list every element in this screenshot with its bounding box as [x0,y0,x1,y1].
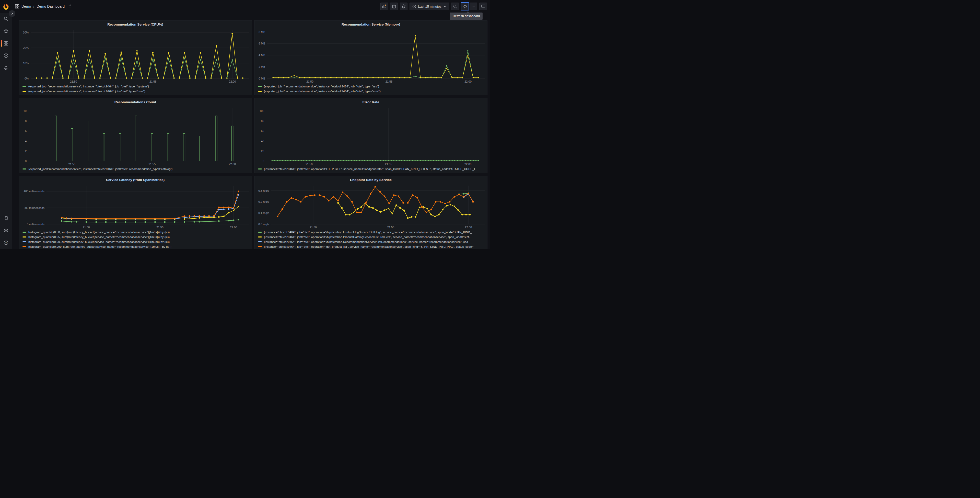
panel-legend: histogram_quantile(0.50, sum(rate(latenc… [19,230,251,249]
share-icon[interactable] [67,4,72,8]
chart-plot-area[interactable]: 02040608010021:5021:5522:00 [255,106,487,166]
svg-text:40: 40 [261,140,264,143]
svg-text:80: 80 [261,120,264,123]
top-header: Demo / Demo Dashboard Last 15 minutes [0,0,490,13]
panel-title[interactable]: Endpoint Rate by Service [255,176,487,184]
help-icon: ? [3,240,8,245]
chart-plot-area[interactable]: 024681021:5021:5522:00 [19,106,251,166]
svg-text:?: ? [5,241,6,244]
legend-item[interactable]: {instance="otelcol:9464", job="otel", op… [258,245,486,249]
legend-swatch [258,168,262,169]
sidebar-item-explore[interactable] [0,53,12,58]
legend-item[interactable]: {exported_job="recommendationservice", i… [22,167,250,171]
legend-item[interactable]: histogram_quantile(0.95, sum(rate(latenc… [22,235,250,239]
time-range-picker[interactable]: Last 15 minutes [409,3,449,10]
breadcrumb: Demo / Demo Dashboard [15,4,72,8]
svg-text:21:55: 21:55 [387,226,395,229]
legend-item[interactable]: {exported_job="recommendationservice", i… [22,85,250,88]
svg-text:8 MB: 8 MB [259,30,265,34]
breadcrumb-page[interactable]: Demo Dashboard [37,4,65,8]
legend-item[interactable]: histogram_quantile(0.99, sum(rate(latenc… [22,240,250,244]
legend-swatch [258,231,262,233]
svg-text:21:50: 21:50 [83,226,90,229]
legend-item[interactable]: {exported_job="recommendationservice", i… [22,89,250,93]
legend-label: histogram_quantile(0.999, sum(rate(laten… [29,245,171,248]
svg-text:21:50: 21:50 [310,226,317,229]
add-panel-button[interactable] [380,3,388,10]
chart-plot-area[interactable]: 0 milliseconds200 milliseconds400 millis… [19,184,251,230]
sidebar-item-starred[interactable] [0,28,12,34]
breadcrumb-separator: / [33,4,34,8]
dashboard-toolbar: Last 15 minutes Refresh dashboard [380,2,490,11]
legend-item[interactable]: histogram_quantile(0.50, sum(rate(latenc… [22,230,250,234]
panel-title[interactable]: Error Rate [255,98,487,106]
breadcrumb-section[interactable]: Demo [21,4,31,8]
svg-text:21:55: 21:55 [149,163,156,166]
refresh-button[interactable] [461,2,469,11]
panel-error-rate: Error Rate 02040608010021:5021:5522:00 {… [254,98,487,173]
legend-label: {instance="otelcol:9464", job="otel", op… [264,168,476,171]
panel-legend: {exported_job="recommendationservice", i… [19,84,251,95]
svg-text:100: 100 [259,109,264,112]
grafana-logo[interactable] [0,3,12,10]
save-dashboard-button[interactable] [390,3,398,10]
svg-text:10%: 10% [23,62,29,65]
legend-swatch [258,246,262,247]
panel-title[interactable]: Recommendations Count [19,98,251,106]
legend-swatch [22,168,26,169]
svg-text:20: 20 [261,150,264,153]
star-icon [3,29,8,34]
legend-item[interactable]: {instance="otelcol:9464", job="otel", op… [258,230,486,234]
chart-plot-area[interactable]: 0 MB2 MB4 MB6 MB8 MB21:5021:5522:00 [255,28,487,84]
chart-plot-area[interactable]: 0.0 req/s0.1 req/s0.2 req/s0.3 req/s21:5… [255,184,487,230]
legend-swatch [22,236,26,238]
svg-text:4 MB: 4 MB [259,54,265,57]
svg-text:30%: 30% [23,31,29,34]
sign-in-icon [3,216,8,220]
chart-plot-area[interactable]: 0%10%20%30%21:5021:5522:00 [19,28,251,84]
panel-title[interactable]: Recommendation Service (CPU%) [19,21,251,28]
svg-text:21:50: 21:50 [70,80,77,83]
zoom-out-button[interactable] [451,3,459,10]
legend-item[interactable]: {instance="otelcol:9464", job="otel", op… [258,167,486,171]
svg-text:0%: 0% [24,77,29,80]
panel-endpoint-rate: Endpoint Rate by Service 0.0 req/s0.1 re… [254,176,487,249]
legend-swatch [22,86,26,87]
panel-service-latency: Service Latency (from SpanMetrics) 0 mil… [19,176,252,249]
legend-label: histogram_quantile(0.99, sum(rate(latenc… [29,240,170,243]
svg-text:22:00: 22:00 [229,80,236,83]
legend-item[interactable]: {instance="otelcol:9464", job="otel", op… [258,235,486,239]
sidebar-item-alerting[interactable] [0,65,12,70]
svg-text:60: 60 [261,129,264,132]
panel-cpu: Recommendation Service (CPU%) 0%10%20%30… [19,20,252,95]
sidebar-item-configuration[interactable] [0,228,12,233]
svg-text:21:55: 21:55 [385,80,393,83]
refresh-interval-dropdown[interactable] [469,3,477,10]
svg-text:0 MB: 0 MB [259,77,265,80]
sidebar-item-search[interactable] [0,16,12,21]
sidebar-item-sign-in[interactable] [0,215,12,221]
panel-memory: Recommendation Service (Memory) 0 MB2 MB… [254,20,487,95]
chevron-down-icon [443,5,446,8]
legend-swatch [22,91,26,92]
cycle-view-mode-button[interactable] [479,3,487,10]
panel-title[interactable]: Service Latency (from SpanMetrics) [19,176,251,184]
svg-text:0.3 req/s: 0.3 req/s [258,189,269,192]
svg-text:2 MB: 2 MB [259,65,265,68]
legend-item[interactable]: {exported_job="recommendationservice", i… [258,85,486,88]
panel-title[interactable]: Recommendation Service (Memory) [255,21,487,28]
svg-text:200 milliseconds: 200 milliseconds [24,206,45,209]
legend-item[interactable]: {instance="otelcol:9464", job="otel", op… [258,240,486,244]
legend-label: {exported_job="recommendationservice", i… [264,90,381,93]
legend-label: {exported_job="recommendationservice", i… [29,90,145,93]
legend-item[interactable]: {exported_job="recommendationservice", i… [258,89,486,93]
legend-label: {instance="otelcol:9464", job="otel", op… [264,245,474,248]
sidebar-item-help[interactable]: ? [0,240,12,246]
legend-item[interactable]: histogram_quantile(0.999, sum(rate(laten… [22,245,250,249]
sidebar-item-dashboards[interactable] [0,40,12,46]
legend-label: {instance="otelcol:9464", job="otel", op… [264,235,469,238]
dashboard-settings-button[interactable] [400,3,407,10]
refresh-tooltip: Refresh dashboard [450,13,483,20]
apps-grid-icon [15,4,19,8]
expand-sidebar-button[interactable] [9,10,15,17]
